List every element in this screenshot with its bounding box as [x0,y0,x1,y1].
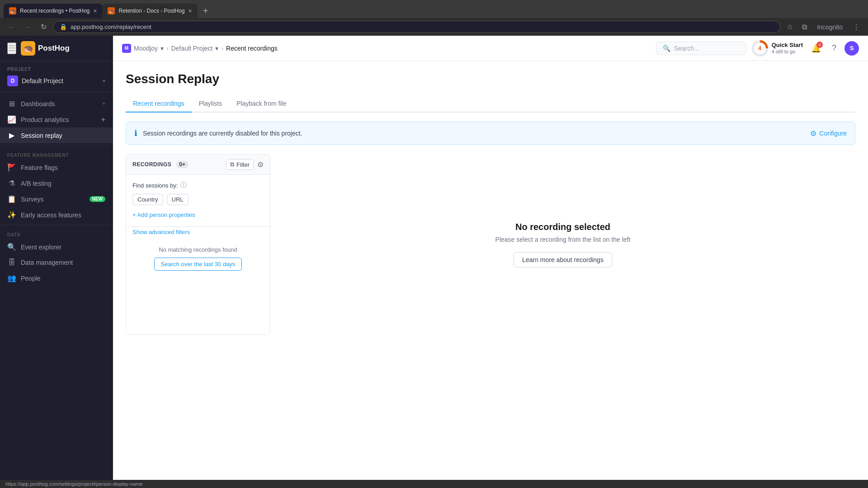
back-button[interactable]: ← [5,21,18,33]
feature-flags-icon: 🚩 [7,163,16,172]
address-bar[interactable]: 🔒 app.posthog.com/replay/recent [53,21,780,33]
sidebar-item-people[interactable]: 👥 People [0,270,113,286]
add-insight-icon[interactable]: + [101,116,105,124]
forward-button[interactable]: → [22,21,34,33]
breadcrumb-current: Recent recordings [226,45,278,52]
nav-divider-2 [0,225,113,225]
product-analytics-label: Product analytics [21,116,97,123]
data-management-icon: 🗄 [7,258,16,267]
page-content: Session Replay Recent recordings Playlis… [113,61,868,480]
filter-icon: ⧉ [230,161,234,168]
user-avatar[interactable]: S [844,41,859,56]
ab-testing-label: A/B testing [21,180,105,187]
recordings-count-badge: 0+ [176,161,189,168]
breadcrumb-sep-1: › [166,45,169,52]
sidebar-nav: ⊞ Dashboards ▾ 📈 Product analytics + ▶ S… [0,92,113,290]
feature-management-label: FEATURE MANAGEMENT [0,147,113,160]
project-breadcrumb-name: Default Project [171,45,213,52]
project-section: PROJECT D Default Project ▾ [0,61,113,92]
no-recordings-message: No matching recordings found [135,246,261,253]
tab-playback-from-file[interactable]: Playback from file [229,95,293,113]
sidebar-item-ab-testing[interactable]: ⚗ A/B testing [0,175,113,191]
top-header: M Moodjoy ▾ › Default Project ▾ › Recent… [113,36,868,61]
data-management-label: Data management [21,259,105,266]
incognito-label: Incognito [813,22,846,33]
find-sessions-text: Find sessions by: [132,182,178,189]
recordings-label: RECORDINGS [132,161,171,168]
user-initial: S [850,45,854,52]
project-avatar: D [7,75,18,86]
app-container: ☰ 🦔 PostHog PROJECT D Default Project ▾ … [0,36,868,480]
tab-close-2[interactable]: × [189,7,192,14]
session-replay-label: Session replay [21,132,105,139]
filter-tag-url[interactable]: URL [167,194,189,205]
quick-start-subtitle: 4 still to go [772,49,803,55]
sidebar-item-early-access[interactable]: ✨ Early access features [0,207,113,223]
sidebar-item-dashboards[interactable]: ⊞ Dashboards ▾ [0,96,113,112]
configure-gear-icon: ⚙ [810,129,816,138]
alert-info-icon: ℹ [134,128,137,138]
header-actions: 🔍 Search... 4 Quick Start 4 still to go … [656,40,859,56]
lock-icon: 🔒 [60,23,67,30]
quick-start-text: Quick Start 4 still to go [772,42,803,55]
breadcrumb-org[interactable]: M Moodjoy ▾ [122,44,164,53]
menu-toggle-button[interactable]: ☰ [7,42,16,54]
status-url: https://app.posthog.com/settings/project… [5,481,142,487]
status-bar: https://app.posthog.com/settings/project… [0,480,868,488]
sidebar-item-session-replay[interactable]: ▶ Session replay [0,127,113,143]
project-name: Default Project [22,77,63,84]
tab-recent-recordings[interactable]: Recent recordings [126,95,192,113]
tab-title-2: Retention - Docs - PostHog [118,8,184,14]
recordings-settings-button[interactable]: ⚙ [257,160,264,169]
tab-1[interactable]: 🦔 Recent recordings • PostHog × [4,4,102,18]
event-explorer-icon: 🔍 [7,243,16,251]
quick-start-widget[interactable]: 4 Quick Start 4 still to go [752,40,803,56]
help-button[interactable]: ? [829,41,839,56]
quick-start-step-count: 4 [754,42,766,54]
breadcrumb-project[interactable]: Default Project ▾ [171,45,219,52]
filter-tag-country[interactable]: Country [132,194,163,205]
search-30-days-button[interactable]: Search over the last 30 days [154,258,242,271]
search-placeholder: Search... [674,45,699,52]
filter-tags-container: Country URL [132,194,264,205]
right-panel: No recording selected Please select a re… [270,154,855,335]
page-title: Session Replay [126,72,855,86]
bookmark-button[interactable]: ☆ [784,21,796,33]
data-section-label: DATA [0,227,113,239]
recordings-layout: RECORDINGS 0+ ⧉ Filter ⚙ [126,154,855,335]
nav-divider-1 [0,145,113,145]
extension-button[interactable]: ⧉ [799,21,810,33]
learn-more-recordings-button[interactable]: Learn more about recordings [514,252,612,267]
filter-button[interactable]: ⧉ Filter [226,159,254,170]
tab-bar: 🦔 Recent recordings • PostHog × 🦔 Retent… [0,0,868,18]
menu-button[interactable]: ⋮ [850,21,863,33]
notifications-button[interactable]: 🔔 0 [808,41,824,56]
product-analytics-icon: 📈 [7,115,16,124]
posthog-logo-icon: 🦔 [21,41,35,56]
recordings-panel: RECORDINGS 0+ ⧉ Filter ⚙ [126,154,270,335]
org-chevron-icon: ▾ [160,45,164,52]
nav-bar: ← → ↻ 🔒 app.posthog.com/replay/recent ☆ … [0,18,868,36]
feature-flags-label: Feature flags [21,164,105,171]
advanced-filters-section: Show advanced filters [126,227,270,237]
sidebar: ☰ 🦔 PostHog PROJECT D Default Project ▾ … [0,36,113,480]
search-bar[interactable]: 🔍 Search... [656,42,746,55]
add-person-properties-button[interactable]: + Add person properties [132,210,264,220]
dashboards-icon: ⊞ [7,99,16,108]
reload-button[interactable]: ↻ [38,21,49,33]
tab-playlists[interactable]: Playlists [192,95,229,113]
sidebar-item-event-explorer[interactable]: 🔍 Event explorer [0,239,113,255]
project-selector[interactable]: D Default Project ▾ [7,75,105,86]
sidebar-item-surveys[interactable]: 📋 Surveys NEW [0,191,113,207]
sidebar-item-product-analytics[interactable]: 📈 Product analytics + [0,112,113,127]
org-avatar: M [122,44,131,53]
configure-button[interactable]: ⚙ Configure [810,129,847,138]
show-advanced-filters-button[interactable]: Show advanced filters [126,227,270,237]
tab-2[interactable]: 🦔 Retention - Docs - PostHog × [102,4,197,18]
new-tab-button[interactable]: + [199,4,212,18]
sidebar-item-data-management[interactable]: 🗄 Data management [0,255,113,270]
sidebar-item-feature-flags[interactable]: 🚩 Feature flags [0,160,113,175]
nav-actions: ☆ ⧉ Incognito ⋮ [784,21,863,33]
find-sessions-info-icon[interactable]: ⓘ [180,181,187,189]
tab-close-1[interactable]: × [93,7,97,14]
